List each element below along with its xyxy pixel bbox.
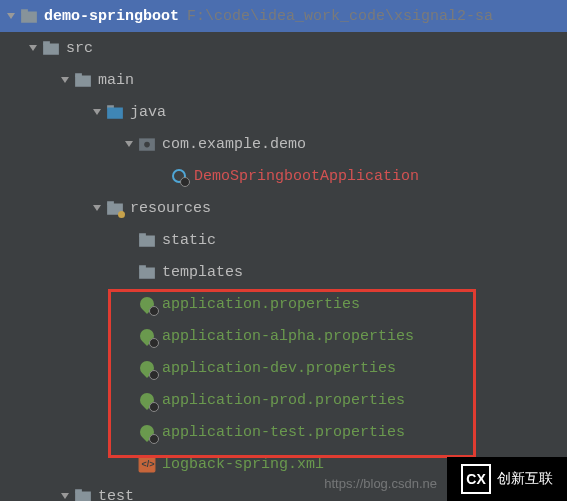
svg-rect-11	[107, 108, 123, 119]
svg-rect-21	[139, 268, 155, 279]
folder-icon	[138, 263, 156, 281]
project-name: demo-springboot	[44, 8, 179, 25]
tree-row-main-class[interactable]: DemoSpringbootApplication	[0, 160, 567, 192]
spacer	[122, 457, 136, 471]
tree-row-templates[interactable]: templates	[0, 256, 567, 288]
xml-file-icon: </>	[138, 455, 156, 473]
svg-rect-2	[21, 12, 37, 23]
tree-row-props[interactable]: application-prod.properties	[0, 384, 567, 416]
spacer	[122, 425, 136, 439]
tree-row-root[interactable]: demo-springboot F:\code\idea_work_code\x…	[0, 0, 567, 32]
project-path: F:\code\idea_work_code\xsignal2-sa	[187, 8, 493, 25]
spacer	[122, 233, 136, 247]
spacer	[122, 361, 136, 375]
spring-properties-icon	[138, 391, 156, 409]
folder-icon	[74, 71, 92, 89]
tree-label: application.properties	[162, 296, 360, 313]
spacer	[154, 169, 168, 183]
svg-marker-15	[93, 205, 101, 211]
chevron-down-icon[interactable]	[122, 137, 136, 151]
tree-label: java	[130, 104, 166, 121]
chevron-down-icon[interactable]	[58, 489, 72, 501]
tree-label: resources	[130, 200, 211, 217]
tree-row-props[interactable]: application-alpha.properties	[0, 320, 567, 352]
tree-row-static[interactable]: static	[0, 224, 567, 256]
svg-rect-5	[43, 44, 59, 55]
svg-text:</>: </>	[141, 459, 154, 469]
svg-rect-19	[139, 236, 155, 247]
tree-label: templates	[162, 264, 243, 281]
spacer	[122, 265, 136, 279]
svg-marker-3	[29, 45, 37, 51]
tree-label: com.example.demo	[162, 136, 306, 153]
svg-point-14	[144, 142, 150, 148]
folder-icon	[138, 231, 156, 249]
watermark-text: https://blog.csdn.ne	[324, 476, 437, 491]
package-icon	[138, 135, 156, 153]
tree-label: static	[162, 232, 216, 249]
tree-label: test	[98, 488, 134, 502]
spring-properties-icon	[138, 327, 156, 345]
svg-marker-6	[61, 77, 69, 83]
module-folder-icon	[20, 7, 38, 25]
tree-row-props[interactable]: application-test.properties	[0, 416, 567, 448]
resources-folder-icon	[106, 199, 124, 217]
svg-marker-9	[93, 109, 101, 115]
brand-text: 创新互联	[497, 470, 553, 488]
brand-mark: CX	[461, 464, 491, 494]
spring-properties-icon	[138, 423, 156, 441]
spring-boot-class-icon	[170, 167, 188, 185]
chevron-down-icon[interactable]	[26, 41, 40, 55]
spacer	[122, 329, 136, 343]
tree-row-src[interactable]: src	[0, 32, 567, 64]
svg-rect-8	[75, 76, 91, 87]
tree-row-props[interactable]: application.properties	[0, 288, 567, 320]
tree-label: src	[66, 40, 93, 57]
tree-label: application-test.properties	[162, 424, 405, 441]
svg-marker-24	[61, 493, 69, 499]
tree-label: application-dev.properties	[162, 360, 396, 377]
chevron-down-icon[interactable]	[90, 105, 104, 119]
spring-properties-icon	[138, 295, 156, 313]
tree-row-package[interactable]: com.example.demo	[0, 128, 567, 160]
tree-label: logback-spring.xml	[162, 456, 324, 473]
tree-row-java[interactable]: java	[0, 96, 567, 128]
tree-row-resources[interactable]: resources	[0, 192, 567, 224]
chevron-down-icon[interactable]	[4, 9, 18, 23]
chevron-down-icon[interactable]	[90, 201, 104, 215]
tree-row-main[interactable]: main	[0, 64, 567, 96]
folder-icon	[74, 487, 92, 501]
svg-marker-0	[7, 13, 15, 19]
chevron-down-icon[interactable]	[58, 73, 72, 87]
brand-logo: CX 创新互联	[447, 457, 567, 501]
tree-row-props[interactable]: application-dev.properties	[0, 352, 567, 384]
svg-rect-26	[75, 492, 91, 502]
svg-marker-12	[125, 141, 133, 147]
tree-label: application-alpha.properties	[162, 328, 414, 345]
folder-icon	[42, 39, 60, 57]
tree-label: main	[98, 72, 134, 89]
spacer	[122, 297, 136, 311]
tree-label: application-prod.properties	[162, 392, 405, 409]
tree-label: DemoSpringbootApplication	[194, 168, 419, 185]
source-folder-icon	[106, 103, 124, 121]
spacer	[122, 393, 136, 407]
spring-properties-icon	[138, 359, 156, 377]
